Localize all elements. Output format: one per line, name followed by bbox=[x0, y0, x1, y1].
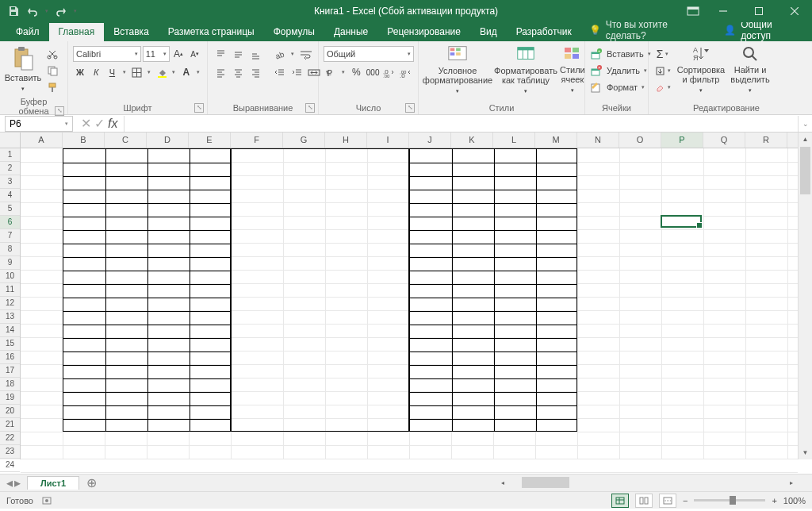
conditional-formatting-button[interactable]: Условное форматирование▾ bbox=[423, 44, 492, 96]
underline-button[interactable]: Ч bbox=[105, 64, 119, 80]
tab-review[interactable]: Рецензирование bbox=[377, 23, 470, 41]
tab-home[interactable]: Главная bbox=[49, 23, 105, 41]
increase-font-icon[interactable]: A▴ bbox=[171, 46, 186, 62]
undo-dropdown[interactable]: ▾ bbox=[43, 3, 51, 19]
align-right-icon[interactable] bbox=[247, 64, 263, 80]
sheet-nav-prev-icon[interactable]: ◂ bbox=[6, 475, 13, 490]
row-header[interactable]: 11 bbox=[0, 283, 20, 297]
fill-icon[interactable]: ▾ bbox=[653, 63, 674, 79]
column-header[interactable]: O bbox=[619, 133, 661, 148]
zoom-level[interactable]: 100% bbox=[783, 496, 806, 505]
row-header[interactable]: 23 bbox=[0, 445, 20, 459]
italic-button[interactable]: К bbox=[89, 64, 103, 80]
copy-icon[interactable] bbox=[44, 63, 60, 79]
sheet-nav-next-icon[interactable]: ▸ bbox=[14, 475, 21, 490]
decrease-indent-icon[interactable] bbox=[271, 64, 287, 80]
vscroll-thumb[interactable] bbox=[800, 147, 810, 194]
column-header[interactable]: H bbox=[325, 133, 367, 148]
page-break-view-icon[interactable] bbox=[659, 494, 676, 508]
currency-icon[interactable]: ₽ bbox=[324, 64, 339, 80]
column-header[interactable]: P bbox=[661, 133, 703, 148]
scroll-left-icon[interactable]: ◂ bbox=[496, 479, 509, 486]
borders-dropdown[interactable]: ▾ bbox=[146, 64, 153, 80]
align-middle-icon[interactable] bbox=[230, 46, 246, 62]
align-top-icon[interactable] bbox=[213, 46, 228, 62]
format-as-table-button[interactable]: Форматировать как таблицу▾ bbox=[495, 44, 557, 96]
column-header[interactable]: F bbox=[231, 133, 283, 148]
row-header[interactable]: 3 bbox=[0, 175, 20, 189]
horizontal-scrollbar[interactable]: ◂ ▸ bbox=[496, 475, 798, 490]
number-format-select[interactable]: Общий▾ bbox=[324, 46, 414, 62]
align-left-icon[interactable] bbox=[213, 64, 228, 80]
zoom-slider[interactable] bbox=[694, 499, 765, 501]
insert-cells-button[interactable]: +Вставить▾ bbox=[590, 46, 653, 62]
column-header[interactable]: M bbox=[535, 133, 577, 148]
column-header[interactable]: D bbox=[147, 133, 189, 148]
font-color-dropdown[interactable]: ▾ bbox=[195, 64, 202, 80]
format-painter-icon[interactable] bbox=[44, 79, 60, 95]
redo-icon[interactable] bbox=[52, 2, 70, 20]
delete-cells-button[interactable]: ×Удалить▾ bbox=[590, 63, 653, 79]
row-header[interactable]: 21 bbox=[0, 418, 20, 432]
column-headers[interactable]: ABCDEFGHIJKLMNOPQR bbox=[21, 133, 798, 148]
column-header[interactable]: E bbox=[189, 133, 231, 148]
row-header[interactable]: 18 bbox=[0, 378, 20, 391]
cell-styles-button[interactable]: Стили ячеек▾ bbox=[560, 44, 585, 96]
column-header[interactable]: Q bbox=[703, 133, 745, 148]
row-header[interactable]: 22 bbox=[0, 432, 20, 445]
row-header[interactable]: 7 bbox=[0, 229, 20, 243]
format-cells-button[interactable]: Формат▾ bbox=[590, 79, 653, 95]
row-headers[interactable]: 123456789101112131415161718192021222324 bbox=[0, 148, 21, 459]
decrease-font-icon[interactable]: A▾ bbox=[187, 46, 202, 62]
row-header[interactable]: 17 bbox=[0, 364, 20, 378]
clipboard-launcher[interactable]: ⤡ bbox=[55, 106, 64, 116]
save-icon[interactable] bbox=[5, 2, 22, 20]
bold-button[interactable]: Ж bbox=[73, 64, 87, 80]
increase-indent-icon[interactable] bbox=[289, 64, 304, 80]
fill-color-dropdown[interactable]: ▾ bbox=[170, 64, 178, 80]
tab-view[interactable]: Вид bbox=[470, 23, 507, 41]
font-color-icon[interactable]: A bbox=[179, 64, 193, 80]
orientation-dropdown[interactable]: ▾ bbox=[289, 46, 297, 62]
new-sheet-button[interactable]: ⊕ bbox=[82, 474, 100, 492]
decrease-decimal-icon[interactable]: ,00,0 bbox=[398, 64, 413, 80]
undo-icon[interactable] bbox=[24, 2, 41, 20]
close-button[interactable] bbox=[776, 0, 812, 22]
name-box[interactable]: P6▾ bbox=[5, 116, 73, 132]
column-header[interactable]: L bbox=[493, 133, 535, 148]
row-header[interactable]: 8 bbox=[0, 243, 20, 256]
expand-formula-bar[interactable]: ⌄ bbox=[798, 116, 812, 132]
cells-area[interactable] bbox=[21, 148, 798, 459]
normal-view-icon[interactable] bbox=[611, 494, 629, 508]
tab-developer[interactable]: Разработчик bbox=[507, 23, 581, 41]
tab-file[interactable]: Файл bbox=[6, 23, 49, 41]
wrap-text-icon[interactable] bbox=[298, 46, 314, 62]
borders-icon[interactable] bbox=[130, 64, 144, 80]
hscroll-thumb[interactable] bbox=[522, 477, 569, 488]
column-header[interactable]: A bbox=[21, 133, 63, 148]
row-header[interactable]: 19 bbox=[0, 391, 20, 405]
cancel-formula-icon[interactable]: ✕ bbox=[81, 116, 91, 131]
enter-formula-icon[interactable]: ✓ bbox=[94, 116, 105, 131]
row-header[interactable]: 14 bbox=[0, 324, 20, 337]
zoom-out-button[interactable]: − bbox=[683, 496, 688, 505]
formula-bar[interactable] bbox=[124, 116, 798, 132]
share-button[interactable]: 👤 Общий доступ bbox=[713, 19, 812, 41]
row-header[interactable]: 1 bbox=[0, 148, 20, 162]
scroll-up-icon[interactable]: ▲ bbox=[799, 133, 812, 146]
worksheet-grid[interactable]: ABCDEFGHIJKLMNOPQR 123456789101112131415… bbox=[0, 133, 812, 474]
row-header[interactable]: 20 bbox=[0, 405, 20, 418]
row-header[interactable]: 10 bbox=[0, 270, 20, 283]
tab-insert[interactable]: Вставка bbox=[104, 23, 159, 41]
number-launcher[interactable]: ⤡ bbox=[405, 103, 415, 113]
increase-decimal-icon[interactable]: ,0,00 bbox=[382, 64, 397, 80]
sort-filter-button[interactable]: AЯ Сортировка и фильтр▾ bbox=[677, 44, 725, 96]
currency-dropdown[interactable]: ▾ bbox=[340, 64, 347, 80]
orientation-icon[interactable]: ab bbox=[271, 46, 287, 62]
cut-icon[interactable] bbox=[44, 46, 60, 62]
row-header[interactable]: 16 bbox=[0, 351, 20, 364]
alignment-launcher[interactable]: ⤡ bbox=[305, 103, 315, 113]
autosum-icon[interactable]: Σ▾ bbox=[653, 46, 674, 62]
page-layout-view-icon[interactable] bbox=[635, 494, 653, 508]
column-header[interactable]: B bbox=[63, 133, 105, 148]
